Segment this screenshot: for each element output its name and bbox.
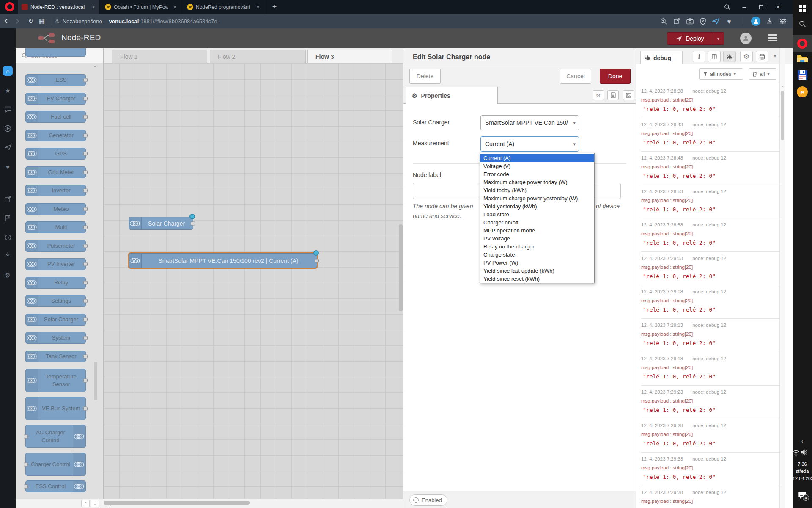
palette-node-relay[interactable]: Relay xyxy=(25,277,86,289)
favorites-heart-icon[interactable]: ♥ xyxy=(725,17,733,25)
dropdown-option[interactable]: Yield yesterday (kWh) xyxy=(480,202,594,210)
debug-message[interactable]: 12. 4. 2023 7:29:33node: debug 12msg.pay… xyxy=(641,453,779,486)
palette-node-system[interactable]: System xyxy=(25,332,86,344)
tab-close-icon[interactable]: × xyxy=(171,4,178,10)
dropdown-option[interactable]: MPP operation mode xyxy=(480,226,594,235)
close-button[interactable]: × xyxy=(770,0,787,14)
info-icon[interactable]: i xyxy=(693,51,705,62)
flow-tab-1[interactable]: Flow 1 xyxy=(112,50,207,64)
palette-node-settings[interactable]: Settings xyxy=(25,295,86,307)
browser-settings-sliders-icon[interactable] xyxy=(779,17,787,25)
deploy-options-caret[interactable]: ▾ xyxy=(713,33,724,44)
minimize-button[interactable]: – xyxy=(736,0,753,14)
palette-scroll-up-icon[interactable]: ⌃ xyxy=(93,65,97,71)
enabled-toggle[interactable]: Enabled xyxy=(409,494,447,506)
output-port[interactable] xyxy=(83,262,88,266)
volume-icon[interactable] xyxy=(797,448,812,456)
output-port[interactable] xyxy=(191,221,195,225)
debug-message[interactable]: 12. 4. 2023 7:28:58node: debug 12msg.pay… xyxy=(641,218,779,252)
snapshot-camera-icon[interactable] xyxy=(686,17,694,25)
palette-node-fuel-cell[interactable]: Fuel cell xyxy=(25,111,86,123)
input-port[interactable] xyxy=(24,485,28,489)
reload-icon[interactable]: ↻ xyxy=(25,17,36,25)
flow-tab-2[interactable]: Flow 2 xyxy=(210,50,306,64)
config-nodes-gear-icon[interactable]: ⚙ xyxy=(740,51,753,62)
tab-debug[interactable]: debug xyxy=(640,51,683,64)
canvas-node[interactable]: Solar Charger xyxy=(129,217,193,230)
sidebar-settings-gear-icon[interactable]: ⚙ xyxy=(3,271,13,280)
security-warning[interactable]: ⚠ Nezabezpečeno xyxy=(55,18,102,25)
debug-message[interactable]: 12. 4. 2023 7:29:23node: debug 12msg.pay… xyxy=(641,386,779,419)
node-appearance-icon[interactable] xyxy=(623,90,634,100)
debug-message[interactable]: 12. 4. 2023 7:29:08node: debug 12msg.pay… xyxy=(641,285,779,319)
windows-start-icon[interactable] xyxy=(793,3,812,14)
share-icon[interactable] xyxy=(3,194,13,204)
browser-tab[interactable]: NodeRed programování • F× xyxy=(184,0,264,14)
output-port[interactable] xyxy=(83,133,88,137)
delete-button[interactable]: Delete xyxy=(409,69,441,84)
output-port[interactable] xyxy=(83,336,88,340)
dropdown-option[interactable]: Current (A) xyxy=(480,154,594,162)
e-app-icon[interactable]: e xyxy=(793,86,812,98)
browser-tab[interactable]: Obsah • Fórum | MyPower.C× xyxy=(102,0,181,14)
workspace-icon[interactable]: ⌂ xyxy=(3,66,13,76)
pin-icon[interactable] xyxy=(673,17,680,25)
output-port[interactable] xyxy=(83,244,88,248)
dropdown-option[interactable]: Charger on/off xyxy=(480,218,594,226)
debug-message[interactable]: 12. 4. 2023 7:28:38node: debug 12msg.pay… xyxy=(641,85,779,118)
debug-scrollbar[interactable]: ⌃ xyxy=(779,48,785,508)
main-menu-icon[interactable] xyxy=(768,34,777,42)
restore-button[interactable] xyxy=(753,0,770,14)
floppy-save-app-icon[interactable] xyxy=(793,69,812,81)
flow-tab-3[interactable]: Flow 3 xyxy=(307,50,392,64)
messenger-chat-icon[interactable] xyxy=(3,105,13,114)
output-port[interactable] xyxy=(83,226,88,229)
output-port[interactable] xyxy=(83,97,88,100)
palette-node-gps[interactable]: GPS xyxy=(25,148,86,160)
history-clock-icon[interactable] xyxy=(3,232,13,242)
clipped-node[interactable] xyxy=(25,48,86,57)
dropdown-option[interactable]: Yield since reset (kWh) xyxy=(480,275,594,283)
dropdown-option[interactable]: Maximum charge power today (W) xyxy=(480,178,594,186)
input-port[interactable] xyxy=(24,462,28,466)
palette-node-ess[interactable]: ESS xyxy=(25,74,86,86)
debug-message[interactable]: 12. 4. 2023 7:28:48node: debug 12msg.pay… xyxy=(641,152,779,185)
taskbar-expand-chevron[interactable]: ‹ xyxy=(793,437,812,445)
debug-message[interactable]: 12. 4. 2023 7:28:43node: debug 12msg.pay… xyxy=(641,118,779,152)
browser-search-icon[interactable] xyxy=(719,0,736,14)
palette-node-pv-inverter[interactable]: PV Inverter xyxy=(25,258,86,270)
dropdown-option[interactable]: PV voltage xyxy=(480,235,594,243)
debug-message[interactable]: 12. 4. 2023 7:29:38node: debug 12msg.pay… xyxy=(641,486,779,508)
node-settings-gear-icon[interactable]: ⚙ xyxy=(593,90,604,100)
url-field[interactable]: venus.local:1881/#flow/8b036984a6534c7e xyxy=(109,18,217,25)
palette-node-pulsemeter[interactable]: Pulsemeter xyxy=(25,240,86,252)
palette-node-ev-charger[interactable]: EV Charger xyxy=(25,93,86,105)
debug-message[interactable]: 12. 4. 2023 7:29:13node: debug 12msg.pay… xyxy=(641,319,779,352)
back-icon[interactable] xyxy=(3,18,14,24)
palette-collapse-down-button[interactable]: ⌄ xyxy=(91,500,99,507)
zoom-page-icon[interactable] xyxy=(660,17,667,25)
palette-node-charger-control[interactable]: Charger Control xyxy=(25,453,86,476)
palette-node-temperature-sensor[interactable]: Temperature Sensor xyxy=(25,369,86,392)
dropdown-option[interactable]: Error code xyxy=(480,170,594,178)
canvas-vertical-scrollbar[interactable] xyxy=(399,224,403,311)
solar-charger-select[interactable]: SmartSolar MPPT VE.Can 150/100 rev2 ▾ xyxy=(480,115,579,130)
dropdown-option[interactable]: Yield since last update (kWh) xyxy=(480,267,594,275)
opera-taskbar-icon[interactable] xyxy=(793,38,812,50)
debug-clear-button[interactable]: all ▾ xyxy=(749,68,776,80)
dropdown-option[interactable]: Yield today (kWh) xyxy=(480,186,594,194)
profile-avatar[interactable] xyxy=(751,17,760,26)
canvas-horizontal-scrollbar[interactable] xyxy=(104,501,250,505)
file-explorer-icon[interactable] xyxy=(793,53,812,64)
flow-canvas[interactable]: Solar ChargerSmartSolar MPPT VE.Can 150/… xyxy=(104,64,403,499)
node-description-icon[interactable] xyxy=(607,90,619,100)
palette-node-tank-sensor[interactable]: Tank Sensor xyxy=(25,351,86,362)
output-port[interactable] xyxy=(83,354,88,358)
palette-node-generator[interactable]: Generator xyxy=(25,130,86,141)
downloads-icon[interactable] xyxy=(766,17,774,25)
sidebar-downloads-icon[interactable] xyxy=(3,250,13,260)
debug-message[interactable]: 12. 4. 2023 7:29:28node: debug 12msg.pay… xyxy=(641,419,779,453)
output-port[interactable] xyxy=(83,170,88,174)
debug-message[interactable]: 12. 4. 2023 7:28:53node: debug 12msg.pay… xyxy=(641,185,779,218)
output-port[interactable] xyxy=(83,78,88,82)
